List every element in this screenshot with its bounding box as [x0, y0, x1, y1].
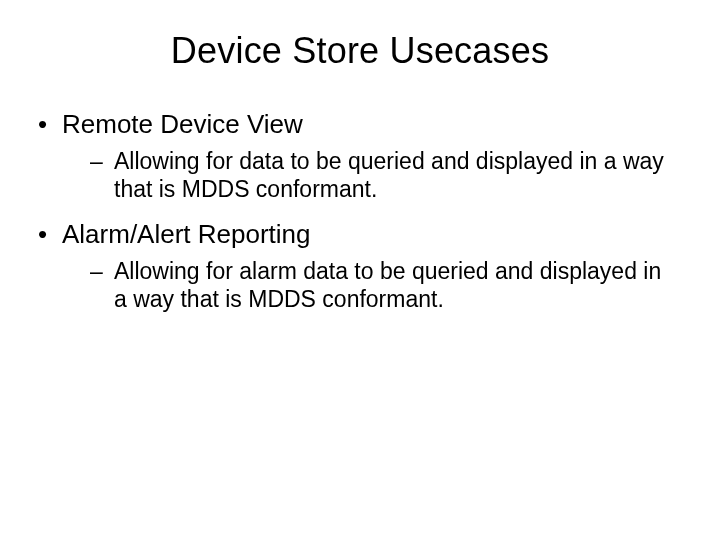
slide-title: Device Store Usecases — [40, 30, 680, 72]
bullet-list: Remote Device View Allowing for data to … — [34, 108, 680, 314]
subbullet-text: Allowing for data to be queried and disp… — [114, 148, 664, 203]
bullet-label: Remote Device View — [62, 109, 303, 139]
list-item: Allowing for alarm data to be queried an… — [90, 257, 680, 315]
slide: Device Store Usecases Remote Device View… — [0, 0, 720, 540]
list-item: Alarm/Alert Reporting Allowing for alarm… — [34, 218, 680, 314]
bullet-label: Alarm/Alert Reporting — [62, 219, 311, 249]
subbullet-text: Allowing for alarm data to be queried an… — [114, 258, 661, 313]
list-item: Remote Device View Allowing for data to … — [34, 108, 680, 204]
list-item: Allowing for data to be queried and disp… — [90, 147, 680, 205]
sub-list: Allowing for alarm data to be queried an… — [90, 257, 680, 315]
sub-list: Allowing for data to be queried and disp… — [90, 147, 680, 205]
